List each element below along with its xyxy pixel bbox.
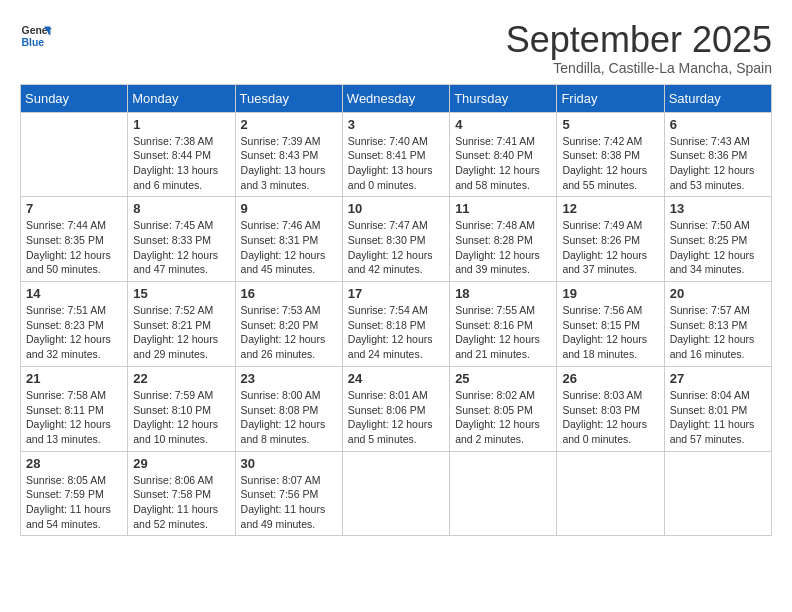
day-number: 13 — [670, 201, 766, 216]
table-row: 4Sunrise: 7:41 AM Sunset: 8:40 PM Daylig… — [450, 112, 557, 197]
header-monday: Monday — [128, 84, 235, 112]
day-number: 6 — [670, 117, 766, 132]
table-row: 25Sunrise: 8:02 AM Sunset: 8:05 PM Dayli… — [450, 366, 557, 451]
day-number: 26 — [562, 371, 658, 386]
table-row: 18Sunrise: 7:55 AM Sunset: 8:16 PM Dayli… — [450, 282, 557, 367]
header-tuesday: Tuesday — [235, 84, 342, 112]
day-detail: Sunrise: 7:43 AM Sunset: 8:36 PM Dayligh… — [670, 134, 766, 193]
day-detail: Sunrise: 7:49 AM Sunset: 8:26 PM Dayligh… — [562, 218, 658, 277]
table-row: 29Sunrise: 8:06 AM Sunset: 7:58 PM Dayli… — [128, 451, 235, 536]
day-detail: Sunrise: 7:38 AM Sunset: 8:44 PM Dayligh… — [133, 134, 229, 193]
day-detail: Sunrise: 8:00 AM Sunset: 8:08 PM Dayligh… — [241, 388, 337, 447]
day-detail: Sunrise: 7:58 AM Sunset: 8:11 PM Dayligh… — [26, 388, 122, 447]
day-detail: Sunrise: 8:06 AM Sunset: 7:58 PM Dayligh… — [133, 473, 229, 532]
day-number: 15 — [133, 286, 229, 301]
day-number: 7 — [26, 201, 122, 216]
table-row: 22Sunrise: 7:59 AM Sunset: 8:10 PM Dayli… — [128, 366, 235, 451]
table-row: 17Sunrise: 7:54 AM Sunset: 8:18 PM Dayli… — [342, 282, 449, 367]
svg-text:Blue: Blue — [22, 37, 45, 48]
location-subtitle: Tendilla, Castille-La Mancha, Spain — [506, 60, 772, 76]
day-detail: Sunrise: 7:48 AM Sunset: 8:28 PM Dayligh… — [455, 218, 551, 277]
table-row — [21, 112, 128, 197]
page-header: General Blue September 2025 Tendilla, Ca… — [20, 20, 772, 76]
day-number: 22 — [133, 371, 229, 386]
table-row — [342, 451, 449, 536]
day-number: 28 — [26, 456, 122, 471]
day-number: 19 — [562, 286, 658, 301]
day-detail: Sunrise: 8:05 AM Sunset: 7:59 PM Dayligh… — [26, 473, 122, 532]
day-detail: Sunrise: 7:53 AM Sunset: 8:20 PM Dayligh… — [241, 303, 337, 362]
day-number: 27 — [670, 371, 766, 386]
day-detail: Sunrise: 7:46 AM Sunset: 8:31 PM Dayligh… — [241, 218, 337, 277]
day-number: 9 — [241, 201, 337, 216]
day-number: 11 — [455, 201, 551, 216]
weekday-header-row: Sunday Monday Tuesday Wednesday Thursday… — [21, 84, 772, 112]
day-number: 5 — [562, 117, 658, 132]
day-detail: Sunrise: 8:07 AM Sunset: 7:56 PM Dayligh… — [241, 473, 337, 532]
table-row: 19Sunrise: 7:56 AM Sunset: 8:15 PM Dayli… — [557, 282, 664, 367]
day-detail: Sunrise: 7:44 AM Sunset: 8:35 PM Dayligh… — [26, 218, 122, 277]
day-detail: Sunrise: 7:59 AM Sunset: 8:10 PM Dayligh… — [133, 388, 229, 447]
day-number: 1 — [133, 117, 229, 132]
day-detail: Sunrise: 8:01 AM Sunset: 8:06 PM Dayligh… — [348, 388, 444, 447]
day-detail: Sunrise: 7:52 AM Sunset: 8:21 PM Dayligh… — [133, 303, 229, 362]
table-row: 1Sunrise: 7:38 AM Sunset: 8:44 PM Daylig… — [128, 112, 235, 197]
table-row: 14Sunrise: 7:51 AM Sunset: 8:23 PM Dayli… — [21, 282, 128, 367]
day-number: 3 — [348, 117, 444, 132]
day-number: 23 — [241, 371, 337, 386]
title-block: September 2025 Tendilla, Castille-La Man… — [506, 20, 772, 76]
day-number: 18 — [455, 286, 551, 301]
day-detail: Sunrise: 7:42 AM Sunset: 8:38 PM Dayligh… — [562, 134, 658, 193]
day-detail: Sunrise: 7:39 AM Sunset: 8:43 PM Dayligh… — [241, 134, 337, 193]
table-row: 13Sunrise: 7:50 AM Sunset: 8:25 PM Dayli… — [664, 197, 771, 282]
day-number: 24 — [348, 371, 444, 386]
table-row: 20Sunrise: 7:57 AM Sunset: 8:13 PM Dayli… — [664, 282, 771, 367]
table-row: 28Sunrise: 8:05 AM Sunset: 7:59 PM Dayli… — [21, 451, 128, 536]
day-detail: Sunrise: 8:04 AM Sunset: 8:01 PM Dayligh… — [670, 388, 766, 447]
day-detail: Sunrise: 7:45 AM Sunset: 8:33 PM Dayligh… — [133, 218, 229, 277]
table-row — [450, 451, 557, 536]
table-row: 10Sunrise: 7:47 AM Sunset: 8:30 PM Dayli… — [342, 197, 449, 282]
day-number: 17 — [348, 286, 444, 301]
day-detail: Sunrise: 7:57 AM Sunset: 8:13 PM Dayligh… — [670, 303, 766, 362]
table-row: 15Sunrise: 7:52 AM Sunset: 8:21 PM Dayli… — [128, 282, 235, 367]
table-row: 11Sunrise: 7:48 AM Sunset: 8:28 PM Dayli… — [450, 197, 557, 282]
header-wednesday: Wednesday — [342, 84, 449, 112]
header-sunday: Sunday — [21, 84, 128, 112]
table-row: 30Sunrise: 8:07 AM Sunset: 7:56 PM Dayli… — [235, 451, 342, 536]
day-detail: Sunrise: 7:56 AM Sunset: 8:15 PM Dayligh… — [562, 303, 658, 362]
day-number: 10 — [348, 201, 444, 216]
table-row: 21Sunrise: 7:58 AM Sunset: 8:11 PM Dayli… — [21, 366, 128, 451]
day-number: 14 — [26, 286, 122, 301]
table-row: 7Sunrise: 7:44 AM Sunset: 8:35 PM Daylig… — [21, 197, 128, 282]
calendar-table: Sunday Monday Tuesday Wednesday Thursday… — [20, 84, 772, 537]
table-row: 24Sunrise: 8:01 AM Sunset: 8:06 PM Dayli… — [342, 366, 449, 451]
header-saturday: Saturday — [664, 84, 771, 112]
day-number: 25 — [455, 371, 551, 386]
day-detail: Sunrise: 7:47 AM Sunset: 8:30 PM Dayligh… — [348, 218, 444, 277]
table-row: 2Sunrise: 7:39 AM Sunset: 8:43 PM Daylig… — [235, 112, 342, 197]
table-row: 16Sunrise: 7:53 AM Sunset: 8:20 PM Dayli… — [235, 282, 342, 367]
day-detail: Sunrise: 7:40 AM Sunset: 8:41 PM Dayligh… — [348, 134, 444, 193]
day-number: 30 — [241, 456, 337, 471]
day-number: 20 — [670, 286, 766, 301]
day-number: 29 — [133, 456, 229, 471]
day-number: 2 — [241, 117, 337, 132]
day-number: 4 — [455, 117, 551, 132]
day-detail: Sunrise: 7:51 AM Sunset: 8:23 PM Dayligh… — [26, 303, 122, 362]
day-detail: Sunrise: 8:03 AM Sunset: 8:03 PM Dayligh… — [562, 388, 658, 447]
table-row: 26Sunrise: 8:03 AM Sunset: 8:03 PM Dayli… — [557, 366, 664, 451]
day-detail: Sunrise: 7:50 AM Sunset: 8:25 PM Dayligh… — [670, 218, 766, 277]
table-row — [557, 451, 664, 536]
table-row: 12Sunrise: 7:49 AM Sunset: 8:26 PM Dayli… — [557, 197, 664, 282]
header-thursday: Thursday — [450, 84, 557, 112]
day-number: 8 — [133, 201, 229, 216]
table-row: 3Sunrise: 7:40 AM Sunset: 8:41 PM Daylig… — [342, 112, 449, 197]
month-title: September 2025 — [506, 20, 772, 60]
logo-icon: General Blue — [20, 20, 52, 52]
day-number: 16 — [241, 286, 337, 301]
day-detail: Sunrise: 7:41 AM Sunset: 8:40 PM Dayligh… — [455, 134, 551, 193]
table-row: 8Sunrise: 7:45 AM Sunset: 8:33 PM Daylig… — [128, 197, 235, 282]
day-detail: Sunrise: 8:02 AM Sunset: 8:05 PM Dayligh… — [455, 388, 551, 447]
day-number: 12 — [562, 201, 658, 216]
